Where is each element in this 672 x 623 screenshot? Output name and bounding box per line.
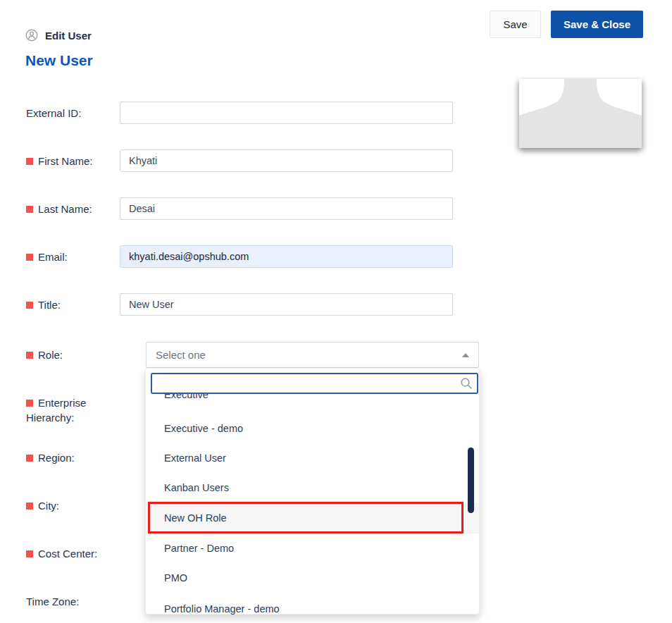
region-label: Region: bbox=[26, 450, 119, 465]
role-select-value: Select one bbox=[156, 349, 206, 361]
caret-up-icon bbox=[462, 353, 469, 357]
email-input[interactable] bbox=[120, 245, 453, 268]
required-marker bbox=[26, 455, 33, 462]
external-id-input[interactable] bbox=[120, 101, 453, 124]
role-option-portfolio-manager-demo[interactable]: Portfolio Manager - demo bbox=[146, 594, 479, 615]
role-select[interactable]: Select one bbox=[146, 342, 479, 368]
required-marker bbox=[26, 502, 33, 510]
cost-center-label: Cost Center: bbox=[26, 546, 119, 561]
avatar-silhouette-image bbox=[519, 79, 642, 148]
first-name-input[interactable] bbox=[120, 149, 453, 172]
user-circle-icon bbox=[25, 29, 38, 42]
role-options-list: Executive Executive - demo External User… bbox=[146, 394, 479, 615]
required-marker bbox=[26, 550, 33, 557]
required-marker bbox=[26, 158, 33, 165]
required-marker bbox=[26, 206, 33, 213]
scrollbar-thumb[interactable] bbox=[468, 448, 474, 513]
role-search-input[interactable] bbox=[151, 373, 478, 394]
time-zone-label: Time Zone: bbox=[26, 594, 119, 609]
role-option-external-user[interactable]: External User bbox=[146, 443, 479, 474]
role-option-executive[interactable]: Executive bbox=[146, 394, 479, 410]
avatar bbox=[519, 79, 642, 148]
required-marker bbox=[26, 400, 33, 407]
save-and-close-button[interactable]: Save & Close bbox=[551, 11, 643, 38]
edit-user-page: Edit User New User Save Save & Close Ext… bbox=[0, 0, 672, 623]
role-option-executive-demo[interactable]: Executive - demo bbox=[146, 414, 479, 444]
required-marker bbox=[26, 254, 33, 261]
role-option-pmo[interactable]: PMO bbox=[146, 563, 479, 593]
required-marker bbox=[26, 302, 33, 309]
role-option-kanban-users[interactable]: Kanban Users bbox=[146, 473, 479, 503]
role-dropdown-panel: Executive Executive - demo External User… bbox=[145, 368, 480, 615]
breadcrumb: Edit User bbox=[25, 29, 92, 42]
title-input[interactable] bbox=[120, 293, 453, 316]
last-name-input[interactable] bbox=[120, 197, 453, 220]
page-title: New User bbox=[25, 52, 93, 69]
role-option-partner-demo[interactable]: Partner - Demo bbox=[146, 533, 479, 564]
role-option-new-oh-role[interactable]: New OH Role bbox=[146, 503, 479, 533]
role-search bbox=[151, 373, 478, 394]
enterprise-hierarchy-label: Enterprise Hierarchy: bbox=[26, 395, 119, 425]
city-label: City: bbox=[26, 498, 119, 513]
save-button[interactable]: Save bbox=[490, 11, 541, 38]
role-label: Role: bbox=[26, 347, 139, 362]
breadcrumb-label: Edit User bbox=[45, 30, 92, 42]
form-row-role: Role: bbox=[26, 342, 139, 368]
required-marker bbox=[26, 352, 33, 359]
